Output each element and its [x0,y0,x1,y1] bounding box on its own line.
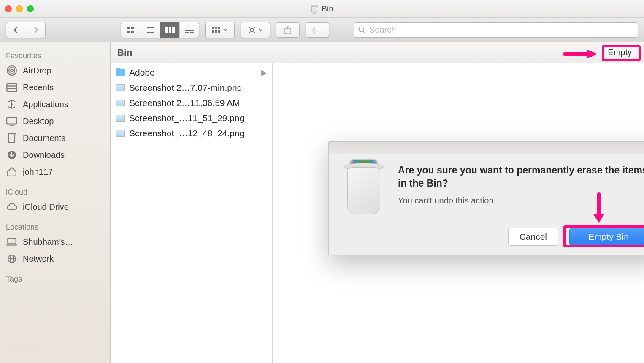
folder-icon [116,69,125,76]
file-row[interactable]: Adobe ▶ [111,65,272,80]
svg-rect-2 [127,31,130,33]
column-view-button[interactable] [160,22,179,38]
sidebar-item-label: iCloud Drive [23,202,69,212]
zoom-window-button[interactable] [27,5,34,12]
svg-rect-14 [192,32,194,33]
tags-button[interactable] [306,22,329,38]
recents-icon [6,82,18,92]
grid-icon [127,26,135,34]
sidebar-item-label: Documents [23,133,65,143]
sidebar-item-airdrop[interactable]: AirDrop [0,62,110,79]
svg-rect-8 [169,27,171,33]
sidebar-item-computer[interactable]: Shubham's… [0,233,110,250]
sidebar-item-desktop[interactable]: Desktop [0,113,110,130]
file-name: Screenshot_…12_48_24.png [129,128,244,138]
chevron-right-icon [32,26,39,34]
sidebar-item-label: AirDrop [23,66,51,76]
cancel-button[interactable]: Cancel [508,228,558,246]
gallery-view-button[interactable] [179,22,199,38]
chevron-down-icon [259,28,263,32]
sidebar-section-tags-label: Tags [0,271,110,285]
file-name: Screenshot 2…7.07-min.png [129,83,242,93]
file-row[interactable]: Screenshot 2…7.07-min.png [111,80,272,95]
file-row[interactable]: Screenshot 2…11.36.59 AM [111,95,272,111]
arrange-button[interactable] [205,22,235,38]
window-controls [5,5,34,12]
share-icon [284,26,292,34]
sidebar-item-label: Shubham's… [23,237,73,247]
confirm-empty-bin-button[interactable]: Empty Bin [569,228,644,246]
search-field[interactable] [354,22,638,38]
chevron-down-icon [223,28,227,32]
sidebar-item-documents[interactable]: Documents [0,130,110,146]
sidebar-item-applications[interactable]: Applications [0,96,110,113]
svg-rect-9 [172,27,175,33]
svg-point-21 [250,28,254,32]
forward-button[interactable] [26,22,45,38]
svg-rect-20 [218,30,220,33]
sidebar-item-recents[interactable]: Recents [0,79,110,96]
svg-rect-13 [190,32,192,33]
sidebar-item-network[interactable]: Network [0,250,110,267]
svg-rect-7 [165,27,168,33]
svg-rect-1 [131,27,134,29]
svg-rect-10 [185,27,194,31]
svg-line-26 [249,27,250,28]
home-icon [6,167,18,177]
minimize-window-button[interactable] [16,5,23,12]
sidebar: Favourites AirDrop Recents Applications … [0,42,111,363]
laptop-icon [6,237,18,247]
svg-rect-16 [215,27,217,29]
svg-rect-38 [7,84,16,92]
trash-icon [311,4,318,14]
annotation-arrow-icon [563,49,598,59]
sidebar-section-favourites-label: Favourites [0,48,110,62]
file-row[interactable]: Screenshot_…12_48_24.png [111,126,272,141]
search-input[interactable] [369,25,633,35]
svg-point-33 [359,27,364,31]
image-icon [116,130,125,137]
sidebar-item-home[interactable]: john117 [0,163,110,180]
dialog-grip [329,142,644,154]
image-icon [116,115,125,122]
svg-rect-15 [212,27,214,29]
file-name: Screenshot_…11_51_29.png [129,113,244,123]
svg-rect-42 [7,117,17,124]
sidebar-item-label: Desktop [23,116,54,126]
sidebar-item-icloud-drive[interactable]: iCloud Drive [0,198,110,215]
svg-rect-12 [187,32,189,33]
icon-view-button[interactable] [121,22,141,38]
network-icon [6,254,18,264]
svg-rect-19 [215,30,217,33]
share-button[interactable] [276,22,300,38]
list-view-button[interactable] [141,22,160,38]
empty-bin-button[interactable]: Empty [602,46,637,60]
sidebar-section-icloud-label: iCloud [0,184,110,198]
svg-rect-17 [218,27,220,29]
window-body: Favourites AirDrop Recents Applications … [0,42,644,363]
trash-full-icon [341,160,387,214]
sidebar-item-downloads[interactable]: Downloads [0,146,110,163]
airdrop-icon [6,65,18,76]
svg-rect-45 [8,238,16,244]
back-button[interactable] [6,22,26,38]
action-button[interactable] [241,22,270,38]
window-title: Bin [0,4,644,14]
dialog-heading: Are you sure you want to permanently era… [398,164,644,190]
svg-point-41 [11,103,13,105]
svg-rect-3 [131,31,134,33]
file-row[interactable]: Screenshot_…11_51_29.png [111,111,272,126]
documents-icon [6,133,18,143]
svg-rect-0 [127,27,130,29]
tag-icon [312,26,323,34]
desktop-icon [6,116,18,126]
list-icon [146,27,155,33]
file-name: Screenshot 2…11.36.59 AM [129,98,240,108]
chevron-right-icon: ▶ [261,68,267,77]
svg-line-29 [254,27,255,28]
close-window-button[interactable] [5,5,12,12]
sidebar-item-label: Recents [23,83,54,92]
finder-window: Bin [0,0,644,363]
grid-small-icon [212,27,221,33]
empty-bin-dialog: Are you sure you want to permanently era… [328,141,644,255]
